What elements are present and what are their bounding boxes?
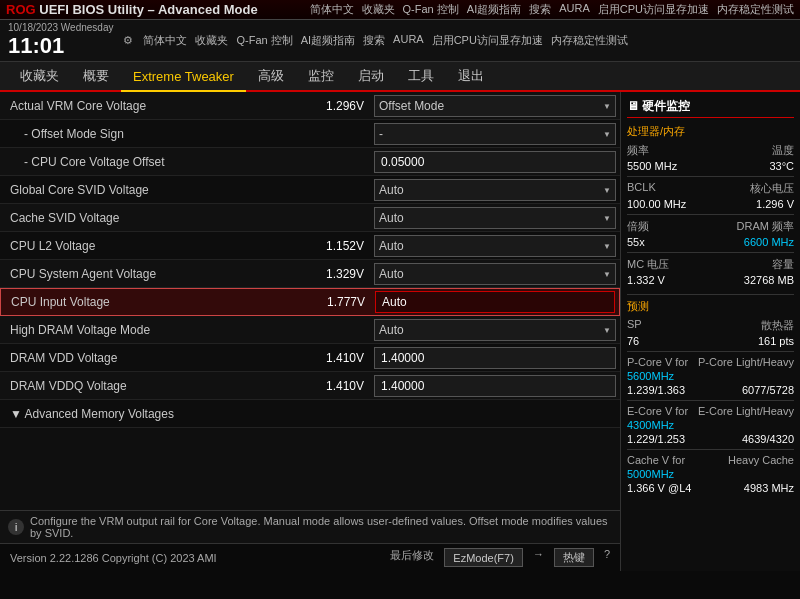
setting-row[interactable]: Cache SVID VoltageAuto bbox=[0, 204, 620, 232]
tool-mem-stability[interactable]: 内存稳定性测试 bbox=[551, 33, 628, 48]
pcore-v-val: 1.239/1.363 bbox=[627, 384, 685, 396]
setting-row[interactable]: CPU L2 Voltage1.152VAuto bbox=[0, 232, 620, 260]
nav-boot[interactable]: 启动 bbox=[346, 61, 396, 91]
nav-advanced[interactable]: 高级 bbox=[246, 61, 296, 91]
divider1 bbox=[627, 176, 794, 177]
cache-v-label-row: Cache V for Heavy Cache bbox=[627, 454, 794, 466]
gear-icon[interactable]: ⚙ bbox=[123, 34, 133, 47]
predict-title: 预测 bbox=[627, 299, 794, 314]
mc-v-label: MC 电压 bbox=[627, 257, 669, 272]
ecore-v-val: 1.229/1.253 bbox=[627, 433, 685, 445]
setting-row[interactable]: - CPU Core Voltage Offset bbox=[0, 148, 620, 176]
tool-fav[interactable]: 收藏夹 bbox=[195, 33, 228, 48]
setting-row[interactable]: DRAM VDDQ Voltage1.410V bbox=[0, 372, 620, 400]
bclk-val: 100.00 MHz bbox=[627, 198, 686, 210]
status-text: Configure the VRM output rail for Core V… bbox=[30, 515, 612, 539]
sidebar-title: 🖥 硬件监控 bbox=[627, 98, 794, 118]
nav-favorites[interactable]: 收藏夹 bbox=[8, 61, 71, 91]
lang-btn[interactable]: 简体中文 bbox=[310, 2, 354, 17]
dropdown-value: Auto bbox=[379, 183, 404, 197]
setting-label: - Offset Mode Sign bbox=[0, 123, 300, 145]
bottom-bar: Version 2.22.1286 Copyright (C) 2023 AMI… bbox=[0, 543, 620, 571]
processor-section-title: 处理器/内存 bbox=[627, 124, 794, 139]
setting-row[interactable]: High DRAM Voltage ModeAuto bbox=[0, 316, 620, 344]
search-btn[interactable]: 搜索 bbox=[529, 2, 551, 17]
predict-section: 预测 SP 散热器 76 161 pts P-Core V for P-Core… bbox=[627, 299, 794, 494]
setting-dropdown[interactable]: - bbox=[374, 123, 616, 145]
setting-row[interactable]: Global Core SVID VoltageAuto bbox=[0, 176, 620, 204]
setting-dropdown[interactable]: Auto bbox=[374, 235, 616, 257]
mem-stability-btn[interactable]: 内存稳定性测试 bbox=[717, 2, 794, 17]
setting-row[interactable]: CPU System Agent Voltage1.329VAuto bbox=[0, 260, 620, 288]
bottom-right: 最后修改 EzMode(F7) → 热键 ? bbox=[390, 548, 610, 567]
tool-qfan[interactable]: Q-Fan 控制 bbox=[236, 33, 292, 48]
time-display: 10/18/2023 Wednesday 11:01 bbox=[8, 22, 113, 59]
main-layout: Actual VRM Core Voltage1.296VOffset Mode… bbox=[0, 92, 800, 571]
nav-overview[interactable]: 概要 bbox=[71, 61, 121, 91]
setting-label: Global Core SVID Voltage bbox=[0, 179, 300, 201]
ez-mode-button[interactable]: EzMode(F7) bbox=[444, 548, 523, 567]
dram-freq-label: DRAM 频率 bbox=[737, 219, 794, 234]
hotkey-symbol: ? bbox=[604, 548, 610, 567]
dropdown-value: - bbox=[379, 127, 383, 141]
mc-v-row: MC 电压 容量 bbox=[627, 257, 794, 272]
setting-dropdown[interactable]: Offset Mode bbox=[374, 95, 616, 117]
time-bar: 10/18/2023 Wednesday 11:01 ⚙ 简体中文 收藏夹 Q-… bbox=[0, 20, 800, 62]
setting-row[interactable]: CPU Input Voltage1.777V bbox=[0, 288, 620, 316]
tool-cpu-mem[interactable]: 启用CPU访问显存加速 bbox=[432, 33, 543, 48]
setting-row[interactable]: Actual VRM Core Voltage1.296VOffset Mode bbox=[0, 92, 620, 120]
temp-val: 33°C bbox=[769, 160, 794, 172]
setting-dropdown[interactable]: Auto bbox=[374, 179, 616, 201]
nav-extreme-tweaker[interactable]: Extreme Tweaker bbox=[121, 62, 246, 92]
arrow-icon: → bbox=[533, 548, 544, 567]
rog-logo: ROG bbox=[6, 2, 36, 17]
aura-btn[interactable]: AURA bbox=[559, 2, 590, 17]
sp-label: SP bbox=[627, 318, 642, 333]
freq-row: 频率 温度 bbox=[627, 143, 794, 158]
freq-val-row: 5500 MHz 33°C bbox=[627, 160, 794, 172]
setting-row[interactable]: - Offset Mode Sign- bbox=[0, 120, 620, 148]
sp-val-row: 76 161 pts bbox=[627, 335, 794, 347]
cache-v-val: 1.366 V @L4 bbox=[627, 482, 691, 494]
setting-input[interactable] bbox=[374, 347, 616, 369]
chevron-down-icon bbox=[603, 240, 611, 251]
ratio-val-row: 55x 6600 MHz bbox=[627, 236, 794, 248]
pcore-v-label-row: P-Core V for P-Core Light/Heavy bbox=[627, 356, 794, 368]
setting-input[interactable] bbox=[374, 151, 616, 173]
divider4 bbox=[627, 294, 794, 295]
setting-dropdown[interactable]: Auto bbox=[374, 207, 616, 229]
chevron-down-icon bbox=[603, 128, 611, 139]
qfan-btn[interactable]: Q-Fan 控制 bbox=[403, 2, 459, 17]
cpu-mem-btn[interactable]: 启用CPU访问显存加速 bbox=[598, 2, 709, 17]
tool-ai[interactable]: AI超频指南 bbox=[301, 33, 355, 48]
core-v-label: 核心电压 bbox=[750, 181, 794, 196]
heavy-cache-val: 4983 MHz bbox=[744, 482, 794, 494]
nav-monitor[interactable]: 监控 bbox=[296, 61, 346, 91]
bclk-label: BCLK bbox=[627, 181, 656, 196]
ai-btn[interactable]: AI超频指南 bbox=[467, 2, 521, 17]
capacity-label: 容量 bbox=[772, 257, 794, 272]
cache-v-val-row: 1.366 V @L4 4983 MHz bbox=[627, 482, 794, 494]
heatsink-val: 161 pts bbox=[758, 335, 794, 347]
setting-label: DRAM VDDQ Voltage bbox=[0, 375, 300, 397]
setting-active-input[interactable] bbox=[375, 291, 615, 313]
chevron-down-icon bbox=[603, 184, 611, 195]
setting-input[interactable] bbox=[374, 375, 616, 397]
tool-aura[interactable]: AURA bbox=[393, 33, 424, 48]
bios-title-text: UEFI BIOS Utility – Advanced Mode bbox=[39, 2, 257, 17]
hotkey-button[interactable]: 热键 bbox=[554, 548, 594, 567]
setting-dropdown[interactable]: Auto bbox=[374, 263, 616, 285]
chevron-down-icon bbox=[603, 268, 611, 279]
setting-row[interactable]: ▼ Advanced Memory Voltages bbox=[0, 400, 620, 428]
ratio-val: 55x bbox=[627, 236, 645, 248]
setting-row[interactable]: DRAM VDD Voltage1.410V bbox=[0, 344, 620, 372]
setting-dropdown[interactable]: Auto bbox=[374, 319, 616, 341]
cache-v-label: Cache V for bbox=[627, 454, 685, 466]
nav-tools[interactable]: 工具 bbox=[396, 61, 446, 91]
tool-search[interactable]: 搜索 bbox=[363, 33, 385, 48]
nav-exit[interactable]: 退出 bbox=[446, 61, 496, 91]
ecore-v-val-row: 1.229/1.253 4639/4320 bbox=[627, 433, 794, 445]
favorites-btn[interactable]: 收藏夹 bbox=[362, 2, 395, 17]
tool-lang[interactable]: 简体中文 bbox=[143, 33, 187, 48]
dropdown-value: Auto bbox=[379, 239, 404, 253]
